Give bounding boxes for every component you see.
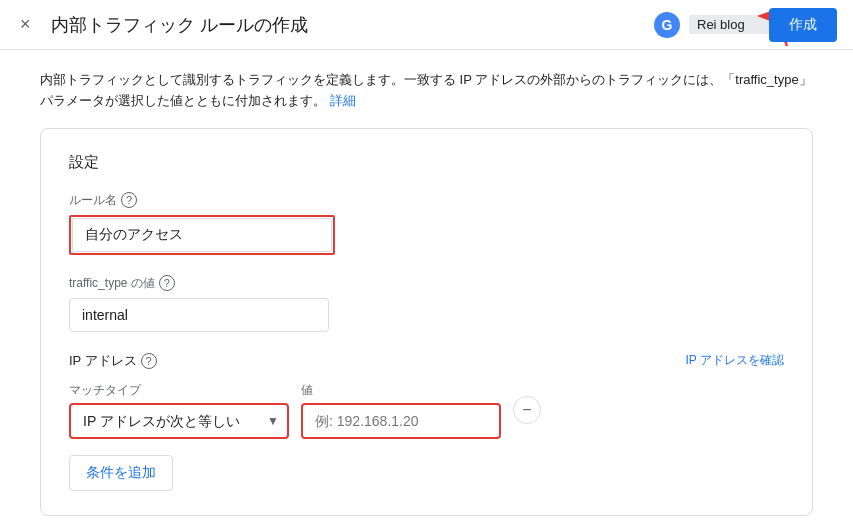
- value-label: 値: [301, 382, 501, 399]
- ip-label: IP アドレス ?: [69, 352, 157, 370]
- match-type-select[interactable]: IP アドレスが次と等しい: [69, 403, 289, 439]
- ip-section-header: IP アドレス ? IP アドレスを確認: [69, 352, 784, 370]
- ip-check-link[interactable]: IP アドレスを確認: [686, 352, 784, 369]
- brand-area: G Rei blog: [653, 11, 769, 39]
- brand-icon: G: [653, 11, 681, 39]
- match-type-label: マッチタイプ: [69, 382, 289, 399]
- traffic-type-label: traffic_type の値 ?: [69, 275, 784, 292]
- create-button[interactable]: 作成: [769, 8, 837, 42]
- minus-icon: −: [522, 401, 531, 419]
- brand-name: Rei blog: [689, 15, 769, 34]
- description-text: 内部トラフィックとして識別するトラフィックを定義します。一致する IP アドレス…: [40, 72, 812, 108]
- match-type-col: マッチタイプ IP アドレスが次と等しい ▼: [69, 382, 289, 439]
- close-button[interactable]: ×: [16, 10, 35, 39]
- match-row: マッチタイプ IP アドレスが次と等しい ▼ 値 −: [69, 382, 784, 439]
- remove-condition-button[interactable]: −: [513, 396, 541, 424]
- header: × 内部トラフィック ルールの作成 G Rei blog 作成: [0, 0, 853, 50]
- ip-section: IP アドレス ? IP アドレスを確認 マッチタイプ IP アドレスが次と等し…: [69, 352, 784, 491]
- add-condition-button[interactable]: 条件を追加: [69, 455, 173, 491]
- traffic-type-input[interactable]: [69, 298, 329, 332]
- value-col: 値: [301, 382, 501, 439]
- rule-name-help-icon[interactable]: ?: [121, 192, 137, 208]
- rule-name-label: ルール名 ?: [69, 192, 784, 209]
- rule-name-input[interactable]: [72, 218, 332, 252]
- ip-help-icon[interactable]: ?: [141, 353, 157, 369]
- traffic-type-field: traffic_type の値 ?: [69, 275, 784, 332]
- rule-name-field: ルール名 ?: [69, 192, 784, 255]
- rule-name-highlight: [69, 215, 335, 255]
- detail-link[interactable]: 詳細: [330, 93, 356, 108]
- traffic-type-help-icon[interactable]: ?: [159, 275, 175, 291]
- page-title: 内部トラフィック ルールの作成: [51, 13, 645, 37]
- description-area: 内部トラフィックとして識別するトラフィックを定義します。一致する IP アドレス…: [0, 50, 853, 128]
- card-title: 設定: [69, 153, 784, 172]
- ip-value-input[interactable]: [301, 403, 501, 439]
- svg-text:G: G: [662, 17, 673, 33]
- settings-card: 設定 ルール名 ? traffic_type の値 ? IP アドレス ? IP…: [40, 128, 813, 516]
- match-type-select-wrapper: IP アドレスが次と等しい ▼: [69, 403, 289, 439]
